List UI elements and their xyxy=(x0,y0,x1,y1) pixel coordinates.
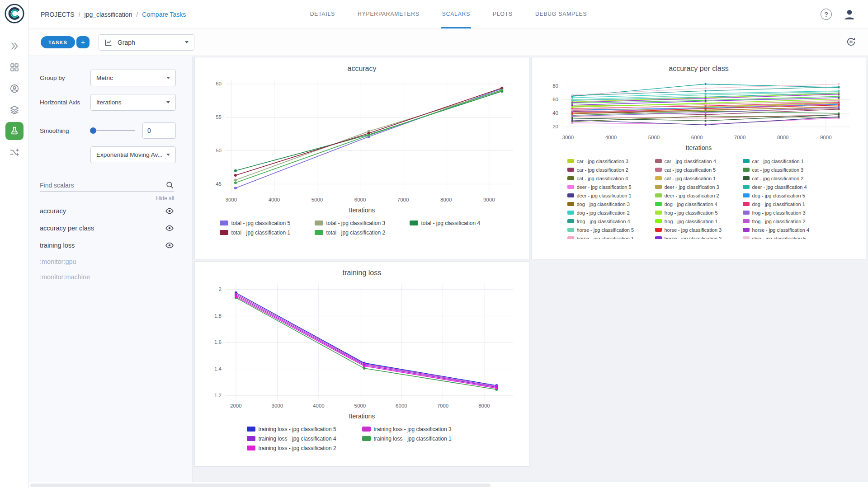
legend-item[interactable]: frog - jpg classification 5 xyxy=(655,208,743,217)
breadcrumb-project-name[interactable]: jpg_classification xyxy=(85,11,132,18)
visibility-eye-icon[interactable] xyxy=(165,224,174,233)
legend-item[interactable]: training loss - jpg classification 1 xyxy=(362,434,477,443)
x-axis-label: Iterations xyxy=(195,413,529,420)
smoothing-slider[interactable] xyxy=(90,127,135,134)
accuracy-per-class-plot[interactable]: 300040005000600070008000900020406080 xyxy=(541,75,857,143)
metric-item[interactable]: :monitor:gpu xyxy=(29,254,192,269)
legend-item[interactable]: frog - jpg classification 3 xyxy=(743,208,830,217)
legend-item[interactable]: training loss - jpg classification 4 xyxy=(247,434,362,443)
legend-item[interactable]: total - jpg classification 3 xyxy=(315,218,410,228)
dashboard-icon[interactable] xyxy=(5,58,24,76)
legend-item[interactable]: frog - jpg classification 2 xyxy=(743,217,830,225)
visibility-eye-icon[interactable] xyxy=(165,206,174,216)
auto-refresh-button[interactable] xyxy=(846,37,856,48)
horizontal-axis-select[interactable]: Iterations xyxy=(90,94,176,111)
clearml-logo[interactable] xyxy=(4,3,25,24)
legend-item[interactable]: total - jpg classification 5 xyxy=(220,218,315,228)
legend-item[interactable]: deer - jpg classification 3 xyxy=(655,183,743,191)
tasks-button[interactable]: TASKS xyxy=(41,36,75,48)
legend-item[interactable]: dog - jpg classification 1 xyxy=(743,200,830,208)
legend-item[interactable]: training loss - jpg classification 3 xyxy=(362,424,477,434)
breadcrumb-projects[interactable]: PROJECTS xyxy=(41,11,75,18)
legend-item[interactable]: horse - jpg classification 3 xyxy=(655,225,743,234)
legend-item[interactable]: horse - jpg classification 2 xyxy=(655,234,743,239)
chevron-down-icon xyxy=(166,154,170,156)
tab-hyperparameters[interactable]: HYPERPARAMETERS xyxy=(357,0,420,28)
metric-item[interactable]: training loss xyxy=(29,237,192,254)
legend-item[interactable]: frog - jpg classification 4 xyxy=(567,217,655,225)
legend-swatch xyxy=(220,221,228,225)
legend-item[interactable]: cat - jpg classification 2 xyxy=(743,174,830,183)
metric-item[interactable]: accuracy xyxy=(29,202,192,220)
legend-item[interactable]: training loss - jpg classification 5 xyxy=(247,424,362,434)
legend-item[interactable]: total - jpg classification 4 xyxy=(410,218,505,228)
training-loss-plot[interactable]: 20003000400050006000700080001.21.41.61.8… xyxy=(204,280,520,412)
group-by-select[interactable]: Metric xyxy=(90,70,176,86)
legend-swatch xyxy=(567,168,574,172)
legend-item[interactable]: total - jpg classification 2 xyxy=(315,228,410,237)
metric-item[interactable]: accuracy per class xyxy=(29,220,192,237)
visibility-eye-icon[interactable] xyxy=(165,241,174,250)
legend-item[interactable]: cat - jpg classification 4 xyxy=(567,174,655,183)
metric-item[interactable]: :monitor:machine xyxy=(29,269,192,285)
legend-swatch xyxy=(655,176,662,180)
projects-icon[interactable] xyxy=(5,122,24,140)
smoothing-value-input[interactable] xyxy=(142,122,176,139)
tab-bar: DETAILSHYPERPARAMETERSSCALARSPLOTSDEBUG … xyxy=(235,0,662,28)
legend-item[interactable]: horse - jpg classification 5 xyxy=(567,225,655,234)
datasets-icon[interactable] xyxy=(5,101,24,119)
legend-item[interactable]: dog - jpg classification 5 xyxy=(743,191,830,200)
tab-debug-samples[interactable]: DEBUG SAMPLES xyxy=(534,0,588,28)
legend-label: cat - jpg classification 2 xyxy=(752,176,804,181)
legend-swatch xyxy=(362,436,371,441)
horizontal-scrollbar[interactable] xyxy=(29,482,868,488)
getting-started-icon[interactable] xyxy=(5,37,24,55)
add-task-button[interactable]: + xyxy=(76,36,90,48)
legend-item[interactable]: car - jpg classification 1 xyxy=(743,157,830,165)
legend-label: deer - jpg classification 4 xyxy=(752,184,807,190)
view-mode-select[interactable]: Graph xyxy=(99,34,194,51)
legend-item[interactable]: ship - jpg classification 5 xyxy=(743,234,830,239)
legend-item[interactable]: deer - jpg classification 5 xyxy=(567,183,655,191)
help-icon[interactable]: ? xyxy=(821,9,832,20)
legend-item[interactable]: horse - jpg classification 1 xyxy=(567,234,655,239)
legend-swatch xyxy=(220,230,228,235)
breadcrumb-current-page[interactable]: Compare Tasks xyxy=(142,11,186,18)
legend-item[interactable]: cat - jpg classification 5 xyxy=(655,165,743,174)
find-scalars-input[interactable] xyxy=(40,178,174,192)
legend-item[interactable]: cat - jpg classification 3 xyxy=(743,165,830,174)
tab-plots[interactable]: PLOTS xyxy=(492,0,514,28)
legend-swatch xyxy=(567,211,574,215)
svg-text:9000: 9000 xyxy=(483,197,495,202)
user-avatar-icon[interactable] xyxy=(843,8,856,21)
legend-item[interactable]: deer - jpg classification 4 xyxy=(743,183,830,191)
legend-item[interactable]: dog - jpg classification 4 xyxy=(655,200,743,208)
svg-text:2000: 2000 xyxy=(230,403,242,408)
tab-scalars[interactable]: SCALARS xyxy=(441,0,471,28)
hide-all-link[interactable]: Hide all xyxy=(29,195,174,202)
legend-item[interactable]: car - jpg classification 3 xyxy=(567,157,655,165)
legend-item[interactable]: frog - jpg classification 1 xyxy=(655,217,743,225)
legend-item[interactable]: total - jpg classification 1 xyxy=(220,228,315,237)
legend-item[interactable]: deer - jpg classification 1 xyxy=(567,191,655,200)
legend-item[interactable]: dog - jpg classification 3 xyxy=(567,200,655,208)
smoothing-type-select[interactable]: Exponential Moving Av... xyxy=(90,146,176,163)
pipelines-icon[interactable] xyxy=(5,143,24,161)
chevron-down-icon xyxy=(166,101,170,103)
legend-item[interactable]: cat - jpg classification 1 xyxy=(655,174,743,183)
scrollbar-handle[interactable] xyxy=(30,483,491,487)
tab-details[interactable]: DETAILS xyxy=(309,0,336,28)
workers-queues-icon[interactable] xyxy=(5,80,24,98)
search-icon[interactable] xyxy=(165,181,174,189)
legend-item[interactable]: horse - jpg classification 4 xyxy=(743,225,830,234)
accuracy-legend: total - jpg classification 5total - jpg … xyxy=(220,218,505,237)
accuracy-plot[interactable]: 300040005000600070008000900045505560 xyxy=(204,75,520,206)
legend-swatch xyxy=(567,236,574,239)
legend-item[interactable]: car - jpg classification 2 xyxy=(567,165,655,174)
svg-text:6000: 6000 xyxy=(396,403,407,408)
legend-item[interactable]: deer - jpg classification 2 xyxy=(655,191,743,200)
legend-item[interactable]: car - jpg classification 4 xyxy=(655,157,743,165)
legend-item[interactable]: dog - jpg classification 2 xyxy=(567,208,655,217)
legend-item[interactable]: training loss - jpg classification 2 xyxy=(247,443,362,453)
slider-thumb[interactable] xyxy=(90,127,96,134)
